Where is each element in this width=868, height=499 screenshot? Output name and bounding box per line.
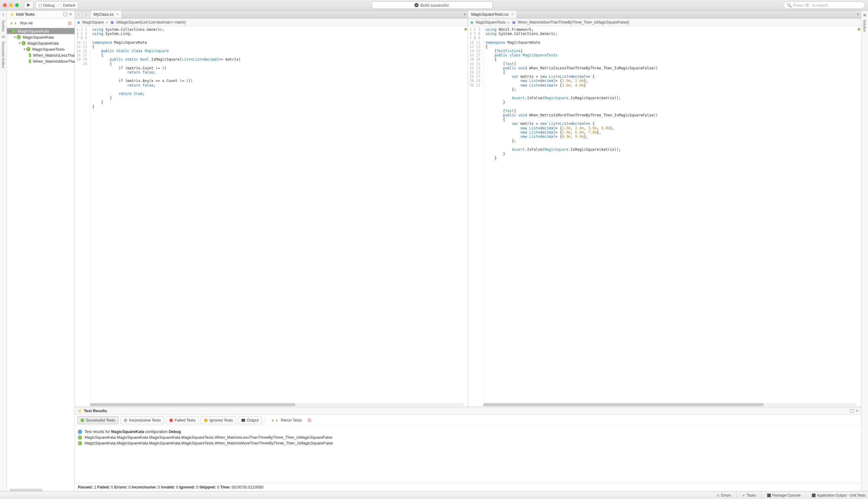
run-button[interactable] bbox=[24, 1, 33, 9]
breadcrumb-right[interactable]: ◆ MagicSquareTests ▸ ▣ When_MatrixIsMore… bbox=[468, 19, 861, 26]
center: ‹ › MyClass.cs ✕ ▾ ◆ MagicSquare ▸ ▣ IsM… bbox=[75, 11, 861, 491]
tree-root[interactable]: ▼✓MagicSquareKata bbox=[7, 28, 74, 34]
result-row[interactable]: ✓ MagicSquareKata.MagicSquareKata.MagicS… bbox=[78, 441, 858, 445]
minimize-window-button[interactable] bbox=[9, 3, 13, 7]
run-all-row: ⏵⏵ Run All bbox=[7, 19, 74, 28]
search-placeholder: Press '⌘.' to search bbox=[794, 3, 829, 8]
toolbox-icon[interactable]: T bbox=[2, 13, 4, 17]
check-icon: ✓ bbox=[742, 493, 745, 498]
tab-label: MagicSquareTests.cs bbox=[471, 12, 509, 16]
tree-leaf[interactable]: ✓When_MatrixIsMoreThanThreeByThree_Then_… bbox=[7, 58, 74, 64]
marker-column bbox=[857, 26, 861, 407]
results-body: i Test results for MagicSquareKata confi… bbox=[75, 426, 861, 483]
solution-icon[interactable]: ▦ bbox=[863, 13, 866, 17]
tab-myclass[interactable]: MyClass.cs ✕ bbox=[91, 11, 122, 18]
code[interactable]: using NUnit.Framework; using System.Coll… bbox=[483, 26, 857, 407]
dock-button[interactable] bbox=[850, 409, 854, 413]
run-all-label[interactable]: Run All bbox=[20, 21, 33, 25]
unit-tests-title: Unit Tests bbox=[16, 12, 35, 16]
target-label: Default bbox=[63, 3, 75, 8]
statusbar: ⊘Errors ✓Tasks Package Console Applicati… bbox=[0, 491, 868, 499]
code[interactable]: using System.Collections.Generic; using … bbox=[90, 26, 464, 407]
summary-row: Passed: 2 Failed: 0 Errors: 0 Inconclusi… bbox=[75, 483, 861, 491]
target-icon: ▢ bbox=[38, 3, 42, 8]
bolt-icon: ⚡ bbox=[77, 409, 82, 413]
editor-pane-right: MagicSquareTests.cs ✕ ▾ ◆ MagicSquareTes… bbox=[468, 11, 861, 407]
solution-tab[interactable]: Solution bbox=[863, 20, 867, 32]
stop-tests-button[interactable] bbox=[68, 21, 72, 25]
status-app-output[interactable]: Application Output - Unit Tests bbox=[812, 493, 866, 498]
code-area-left[interactable]: 1 2 3 4 5 6 7 8 9 10 11 12 13 14 15 16 1… bbox=[75, 26, 468, 407]
error-icon: ⊘ bbox=[716, 493, 720, 498]
close-tab-button[interactable]: ✕ bbox=[116, 12, 119, 16]
filter-ignored[interactable]: Ignored Tests bbox=[201, 416, 236, 424]
code-area-right[interactable]: 1 2 3 4 5 6 7 8 9 10 11 12 13 14 15 16 1… bbox=[468, 26, 861, 407]
tab-overflow-button[interactable]: ▾ bbox=[462, 11, 468, 18]
close-tab-button[interactable]: ✕ bbox=[511, 12, 514, 16]
main: T Toolbox ▤ Document Outline ⚡ Unit Test… bbox=[0, 11, 868, 491]
stop-icon[interactable] bbox=[308, 418, 311, 422]
filter-successful[interactable]: Successful Tests bbox=[77, 416, 119, 424]
method-icon: ▣ bbox=[512, 20, 515, 24]
crumb-class: MagicSquare bbox=[82, 20, 104, 24]
toolbox-tab[interactable]: Toolbox bbox=[1, 20, 5, 32]
tab-overflow-button[interactable]: ▾ bbox=[855, 11, 861, 18]
tabstrip-right: MagicSquareTests.cs ✕ ▾ bbox=[468, 11, 861, 19]
global-search[interactable]: 🔍 Press '⌘.' to search bbox=[784, 1, 865, 9]
breadcrumb-left[interactable]: ◆ MagicSquare ▸ ▣ IsMagicSquare(List<Lis… bbox=[75, 19, 468, 26]
terminal-icon bbox=[241, 419, 245, 422]
close-panel-button[interactable]: ✕ bbox=[69, 12, 72, 16]
nav-back-button[interactable]: ‹ bbox=[75, 11, 83, 18]
tab-tests[interactable]: MagicSquareTests.cs ✕ bbox=[468, 11, 517, 18]
editor-split: ‹ › MyClass.cs ✕ ▾ ◆ MagicSquare ▸ ▣ IsM… bbox=[75, 11, 861, 407]
editor-hscroll[interactable] bbox=[483, 403, 857, 406]
pass-icon: ✓ bbox=[78, 435, 82, 440]
search-icon: 🔍 bbox=[787, 3, 792, 8]
run-all-icon[interactable]: ⏵⏵ bbox=[10, 21, 18, 25]
filter-output[interactable]: Output bbox=[238, 416, 262, 424]
unit-tests-panel: ⚡ Unit Tests ✕ ⏵⏵ Run All ▼✓MagicSquareK… bbox=[7, 11, 75, 491]
crumb-method: IsMagicSquare(List<List<decimal>> matrix… bbox=[116, 20, 186, 24]
dock-button[interactable] bbox=[63, 13, 67, 16]
terminal-icon bbox=[767, 494, 771, 497]
build-ok-marker bbox=[464, 28, 467, 31]
status-errors[interactable]: ⊘Errors bbox=[716, 493, 731, 498]
crumb-class: MagicSquareTests bbox=[476, 20, 506, 24]
test-results-title: Test Results bbox=[84, 409, 107, 413]
sidebar-scrollbar[interactable] bbox=[9, 489, 43, 491]
test-tree: ▼✓MagicSquareKata ▼✓MagicSquareKata ▼✓Ma… bbox=[7, 28, 74, 488]
tree-node[interactable]: ▼✓MagicSquareTests bbox=[7, 46, 74, 52]
play-icon: ⏵⏵ bbox=[271, 418, 279, 423]
outline-tab[interactable]: Document Outline bbox=[1, 41, 5, 68]
maximize-window-button[interactable] bbox=[15, 3, 19, 7]
outline-icon[interactable]: ▤ bbox=[2, 35, 5, 39]
status-tasks[interactable]: ✓Tasks bbox=[742, 493, 756, 498]
build-status-text: Build successful. bbox=[420, 3, 450, 8]
editor-hscroll[interactable] bbox=[90, 403, 464, 406]
unit-tests-header: ⚡ Unit Tests ✕ bbox=[7, 11, 74, 19]
tabstrip-left: ‹ › MyClass.cs ✕ ▾ bbox=[75, 11, 468, 19]
result-text: MagicSquareKata.MagicSquareKata.MagicSqu… bbox=[84, 441, 333, 445]
class-icon: ◆ bbox=[471, 20, 473, 24]
result-row[interactable]: ✓ MagicSquareKata.MagicSquareKata.MagicS… bbox=[78, 435, 858, 440]
class-icon: ◆ bbox=[77, 20, 80, 24]
tree-node[interactable]: ▼✓MagicSquareKata bbox=[7, 40, 74, 46]
filter-bar: Successful Tests Inconclusive Tests Fail… bbox=[75, 415, 861, 426]
filter-inconclusive[interactable]: Inconclusive Tests bbox=[120, 416, 164, 424]
marker-column bbox=[464, 26, 468, 407]
bolt-icon: ⚡ bbox=[9, 12, 14, 16]
gutter: 1 2 3 4 5 6 7 8 9 10 11 12 13 14 15 16 1… bbox=[468, 26, 483, 407]
run-config-selector[interactable]: ▢ Debug › ▢ Default bbox=[36, 1, 78, 9]
rerun-button[interactable]: ⏵⏵Rerun Tests bbox=[268, 416, 314, 424]
filter-failed[interactable]: Failed Tests bbox=[166, 416, 199, 424]
tree-node[interactable]: ▼✓MagicSquareKata bbox=[7, 34, 74, 40]
window-controls bbox=[3, 3, 19, 7]
result-text: MagicSquareKata.MagicSquareKata.MagicSqu… bbox=[84, 435, 332, 440]
play-icon bbox=[27, 3, 30, 7]
status-package-console[interactable]: Package Console bbox=[767, 493, 801, 498]
terminal-icon bbox=[812, 494, 816, 497]
close-window-button[interactable] bbox=[3, 3, 7, 7]
tree-leaf[interactable]: ✓When_MatrixIsLessThanThreeByThree_Then_… bbox=[7, 52, 74, 58]
close-panel-button[interactable]: ✕ bbox=[855, 409, 859, 413]
nav-forward-button[interactable]: › bbox=[83, 11, 91, 18]
